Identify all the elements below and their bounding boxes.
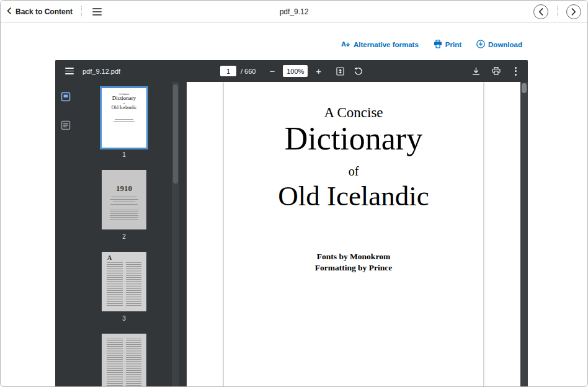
download-icon	[476, 40, 485, 50]
page-1-thumbnail-preview: A Concise Dictionary of Old Icelandic	[102, 88, 146, 148]
fit-page-icon	[336, 67, 344, 76]
alternative-formats-label: Alternative formats	[354, 41, 419, 48]
pdf-sidebar-toggle-icon[interactable]	[64, 66, 75, 76]
back-to-content-link[interactable]: Back to Content	[7, 7, 73, 16]
document-actions: A Alternative formats Print	[341, 40, 522, 50]
thumbnails-view-button[interactable]	[61, 92, 71, 104]
page-2-thumbnail[interactable]: 1910	[102, 170, 146, 229]
chevron-left-icon	[538, 8, 543, 16]
chevron-right-icon	[571, 8, 576, 16]
pdf-viewer: pdf_9.12.pdf / 660 − 100% +	[55, 60, 528, 387]
top-navigation-bar: Back to Content pdf_9.12	[1, 1, 587, 23]
download-link[interactable]: Download	[476, 40, 522, 50]
printer-icon	[492, 67, 501, 75]
zoom-in-button[interactable]: +	[313, 66, 324, 76]
page-2-label: 2	[122, 233, 126, 241]
pdf-toolbar: pdf_9.12.pdf / 660 − 100% +	[55, 60, 528, 82]
chevron-left-icon	[7, 7, 11, 16]
more-options-button[interactable]	[512, 66, 519, 77]
thumbnail-item-1: A Concise Dictionary of Old Icelandic 1	[102, 88, 146, 159]
pdf-document-area: A Concise Dictionary of Old Icelandic Fo…	[187, 82, 520, 387]
page-count-label: / 660	[241, 68, 256, 75]
sidebar-view-strip	[55, 82, 76, 387]
pdf-thumbnail-sidebar: A Concise Dictionary of Old Icelandic 1 …	[55, 82, 179, 387]
back-to-content-label: Back to Content	[16, 7, 73, 16]
document-credits: Fonts by Monokrom Formatting by Prince	[224, 251, 483, 273]
document-outline-button[interactable]	[61, 120, 71, 133]
page-1-thumbnail[interactable]: A Concise Dictionary of Old Icelandic	[102, 88, 146, 148]
zoom-level-control[interactable]: 100%	[283, 65, 308, 77]
print-link[interactable]: Print	[434, 40, 461, 50]
page-3-thumbnail-preview: A	[107, 254, 112, 261]
page-1-label: 1	[122, 151, 126, 159]
document-page-1: A Concise Dictionary of Old Icelandic Fo…	[224, 82, 483, 387]
rotate-button[interactable]	[354, 67, 363, 76]
document-title-line-4: Old Icelandic	[224, 182, 483, 210]
document-title-line-1: A Concise	[224, 82, 483, 121]
download-icon	[472, 67, 480, 76]
menu-icon[interactable]	[91, 6, 104, 17]
svg-text:A: A	[341, 40, 346, 48]
sidebar-scrollbar-thumb[interactable]	[173, 84, 178, 184]
document-credit-line-1: Fonts by Monokrom	[224, 251, 483, 262]
fit-to-page-button[interactable]	[336, 67, 344, 76]
document-credit-line-2: Formatting by Prince	[224, 262, 483, 274]
pdf-toolbar-right	[472, 66, 519, 77]
page-3-thumbnail[interactable]: A	[102, 252, 146, 311]
outline-icon	[61, 120, 71, 130]
previous-topic-button[interactable]	[533, 4, 548, 19]
page-2-thumbnail-preview: 1910	[102, 184, 146, 194]
divider	[557, 6, 558, 17]
topic-navigation	[533, 4, 581, 19]
pdf-page-controls: / 660 − 100% +	[220, 65, 363, 77]
pdf-filename: pdf_9.12.pdf	[82, 68, 120, 75]
thumbnail-item-4	[102, 334, 146, 387]
pdf-download-button[interactable]	[472, 67, 480, 76]
document-scrollbar-thumb[interactable]	[522, 83, 527, 93]
page-4-thumbnail[interactable]	[102, 334, 146, 387]
divider	[81, 6, 82, 17]
document-title-line-3: of	[224, 164, 483, 179]
next-topic-button[interactable]	[566, 4, 581, 19]
alternative-formats-icon: A	[341, 40, 350, 50]
rotate-icon	[354, 67, 363, 76]
thumbnail-item-2: 1910 2	[102, 170, 146, 241]
document-title-line-2: Dictionary	[224, 123, 483, 155]
zoom-out-button[interactable]: −	[267, 66, 277, 76]
page-number-input[interactable]	[220, 66, 236, 76]
pdf-print-button[interactable]	[492, 67, 501, 75]
download-label: Download	[488, 41, 522, 48]
alternative-formats-link[interactable]: A Alternative formats	[341, 40, 419, 50]
thumbnail-item-3: A 3	[102, 252, 146, 322]
printer-icon	[434, 40, 442, 50]
sidebar-scrollbar[interactable]	[172, 82, 179, 387]
thumbnail-list: A Concise Dictionary of Old Icelandic 1 …	[76, 82, 172, 387]
app-window: Back to Content pdf_9.12 A	[0, 0, 588, 387]
page-title: pdf_9.12	[280, 7, 309, 16]
thumbnails-icon	[61, 92, 71, 102]
print-label: Print	[445, 41, 461, 48]
page-3-label: 3	[122, 315, 126, 322]
document-scrollbar[interactable]	[520, 82, 528, 387]
